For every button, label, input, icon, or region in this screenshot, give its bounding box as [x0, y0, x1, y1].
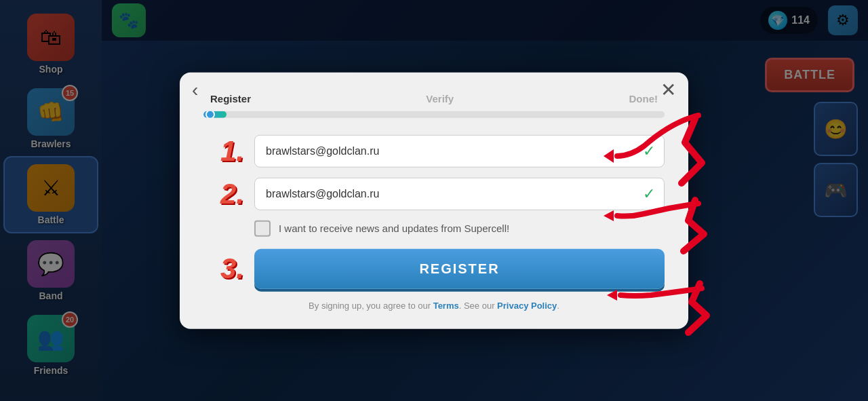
close-button[interactable]: ✕ [660, 80, 676, 99]
terms-middle: . See our [459, 300, 497, 310]
step-register-label: Register [210, 92, 251, 104]
privacy-link[interactable]: Privacy Policy [497, 300, 557, 310]
step-number-3: 3. [203, 254, 244, 283]
register-modal: ‹ ✕ Register Verify Done! 1. ✓ 2. ✓ I wa… [180, 72, 688, 329]
progress-bar [203, 111, 665, 117]
email-1-wrap: ✓ [254, 134, 665, 167]
email-row-2: 2. ✓ [203, 177, 665, 210]
terms-text: By signing up, you agree to our Terms. S… [203, 299, 665, 312]
terms-prefix: By signing up, you agree to our [309, 300, 433, 310]
progress-dot [205, 111, 215, 117]
step-number-1: 1. [203, 136, 244, 165]
back-button[interactable]: ‹ [192, 80, 198, 99]
register-button[interactable]: REGISTER [254, 248, 665, 288]
check-icon-1: ✓ [643, 142, 655, 159]
email-input-2[interactable] [254, 177, 665, 210]
step-number-2: 2. [203, 179, 244, 208]
email-row-1: 1. ✓ [203, 134, 665, 167]
step-done-label: Done! [629, 92, 658, 104]
terms-suffix: . [557, 300, 559, 310]
newsletter-label: I want to receive news and updates from … [279, 223, 509, 234]
register-row: 3. REGISTER [203, 248, 665, 288]
check-icon-2: ✓ [643, 185, 655, 202]
step-verify-label: Verify [426, 92, 454, 104]
email-2-wrap: ✓ [254, 177, 665, 210]
step-header: Register Verify Done! [203, 92, 665, 104]
checkbox-row: I want to receive news and updates from … [254, 220, 665, 236]
terms-link[interactable]: Terms [433, 300, 459, 310]
newsletter-checkbox[interactable] [254, 220, 271, 236]
email-input-1[interactable] [254, 134, 665, 167]
